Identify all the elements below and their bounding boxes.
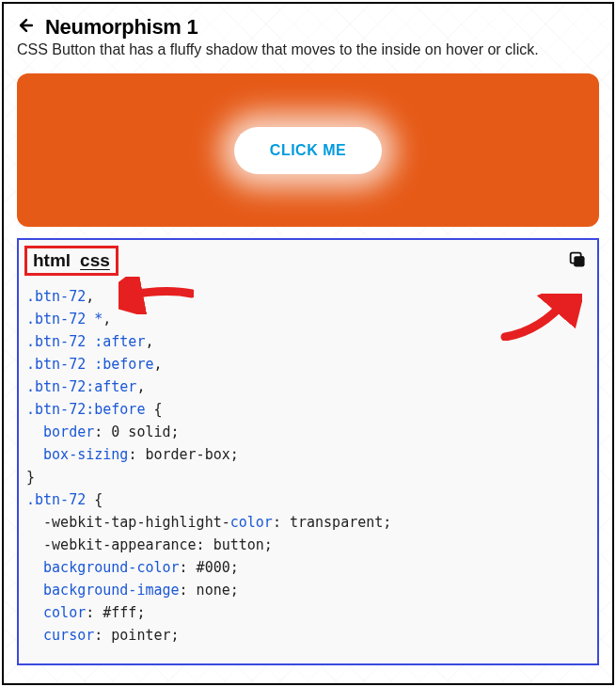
tab-highlight-box: html css — [24, 246, 118, 276]
page-title: Neumorphism 1 — [45, 15, 197, 40]
svg-rect-2 — [574, 256, 584, 266]
demo-button[interactable]: CLICK ME — [234, 127, 382, 174]
code-panel: html css .btn-72, .btn-72 *, .btn-72 :af… — [17, 238, 599, 665]
code-tabs: html css — [19, 240, 597, 276]
copy-button[interactable] — [567, 249, 588, 270]
page-subtitle: CSS Button that has a fluffy shadow that… — [17, 41, 599, 58]
tab-css[interactable]: css — [80, 250, 110, 271]
preview-panel: CLICK ME — [17, 73, 599, 227]
tab-html[interactable]: html — [33, 250, 71, 271]
code-content[interactable]: .btn-72, .btn-72 *, .btn-72 :after, .btn… — [24, 280, 592, 663]
back-button[interactable] — [17, 16, 36, 39]
